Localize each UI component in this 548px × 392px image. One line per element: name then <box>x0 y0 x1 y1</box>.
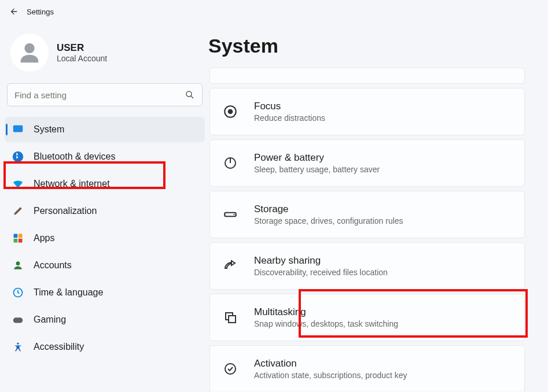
card-multitasking[interactable]: Multitasking Snap windows, desktops, tas… <box>209 294 525 341</box>
svg-point-4 <box>13 151 23 162</box>
card-title: Storage <box>254 204 403 215</box>
sidebar-item-label: Personalization <box>34 206 97 216</box>
sidebar-item-accessibility[interactable]: Accessibility <box>5 334 205 360</box>
svg-point-18 <box>233 214 234 215</box>
search-box[interactable] <box>7 83 203 106</box>
page-title: System <box>208 35 548 68</box>
svg-rect-20 <box>229 316 236 323</box>
sidebar-item-label: Accounts <box>34 260 72 271</box>
card-nearby[interactable]: Nearby sharing Discoverability, received… <box>209 242 525 290</box>
card-title: Focus <box>254 101 325 112</box>
card-sub: Discoverability, received files location <box>254 268 388 277</box>
brush-icon <box>12 205 24 217</box>
back-button[interactable] <box>5 2 23 21</box>
clock-icon <box>12 286 24 299</box>
svg-rect-8 <box>19 239 23 243</box>
svg-rect-7 <box>14 239 18 243</box>
svg-rect-3 <box>13 125 23 132</box>
arrow-left-icon <box>9 7 19 16</box>
card-partial-prev[interactable] <box>209 68 525 84</box>
card-sub: Activation state, subscriptions, product… <box>254 371 407 380</box>
search-input[interactable] <box>14 90 185 100</box>
sidebar-item-bluetooth[interactable]: Bluetooth & devices <box>5 144 205 169</box>
sidebar-item-label: Bluetooth & devices <box>34 151 115 162</box>
share-icon <box>222 257 239 275</box>
sidebar-item-personalization[interactable]: Personalization <box>5 198 205 224</box>
sidebar-item-label: Accessibility <box>34 342 84 352</box>
card-sub: Sleep, battery usage, battery saver <box>254 165 380 174</box>
card-title: Nearby sharing <box>254 255 388 267</box>
storage-icon <box>222 206 239 223</box>
multitask-icon <box>222 309 239 326</box>
card-title: Power & battery <box>254 152 380 164</box>
sidebar-item-label: Apps <box>34 233 54 243</box>
focus-icon <box>222 103 239 120</box>
user-icon <box>16 39 43 66</box>
svg-line-2 <box>191 96 193 98</box>
card-sub: Reduce distractions <box>254 113 325 123</box>
power-icon <box>222 154 239 172</box>
sidebar: USER Local Account System Bluetooth & de… <box>0 23 208 392</box>
titlebar: Settings <box>0 0 548 23</box>
card-focus[interactable]: Focus Reduce distractions <box>209 88 525 135</box>
sidebar-item-label: Time & language <box>34 287 103 298</box>
card-sub: Storage space, drives, configuration rul… <box>254 216 403 225</box>
svg-point-14 <box>228 109 233 114</box>
svg-point-9 <box>16 261 20 265</box>
profile-block[interactable]: USER Local Account <box>5 28 205 83</box>
svg-rect-5 <box>14 234 18 238</box>
search-icon <box>185 90 195 100</box>
card-sub: Snap windows, desktops, task switching <box>254 319 398 328</box>
sidebar-item-label: Gaming <box>34 315 66 325</box>
profile-name: USER <box>57 42 107 54</box>
sidebar-item-label: Network & internet <box>34 179 110 189</box>
sidebar-item-time[interactable]: Time & language <box>5 280 205 305</box>
sidebar-item-label: System <box>34 124 64 135</box>
monitor-icon <box>12 123 24 136</box>
avatar <box>10 34 49 72</box>
sidebar-item-gaming[interactable]: Gaming <box>5 307 205 332</box>
wifi-icon <box>12 177 24 190</box>
profile-sub: Local Account <box>57 54 107 63</box>
card-title: Multitasking <box>254 306 398 318</box>
card-power[interactable]: Power & battery Sleep, battery usage, ba… <box>209 139 525 187</box>
svg-point-12 <box>17 343 19 345</box>
account-icon <box>12 259 24 272</box>
sidebar-item-accounts[interactable]: Accounts <box>5 253 205 278</box>
gamepad-icon <box>12 313 24 326</box>
apps-icon <box>12 232 24 245</box>
sidebar-nav: System Bluetooth & devices Network & int… <box>5 117 205 360</box>
svg-point-0 <box>24 43 34 53</box>
window-title: Settings <box>27 8 54 16</box>
svg-rect-6 <box>19 234 23 238</box>
sidebar-item-system[interactable]: System <box>5 117 205 142</box>
svg-point-1 <box>186 91 192 97</box>
sidebar-item-apps[interactable]: Apps <box>5 225 205 251</box>
bluetooth-icon <box>12 150 24 163</box>
svg-point-21 <box>225 364 236 374</box>
accessibility-icon <box>12 341 24 353</box>
card-storage[interactable]: Storage Storage space, drives, configura… <box>209 191 525 238</box>
card-activation[interactable]: Activation Activation state, subscriptio… <box>209 345 525 391</box>
settings-cards[interactable]: Focus Reduce distractions Power & batter… <box>208 68 548 391</box>
sidebar-item-network[interactable]: Network & internet <box>5 171 205 197</box>
svg-rect-11 <box>13 317 23 323</box>
main-pane: System Focus Reduce distractions Power &… <box>208 23 548 392</box>
check-icon <box>222 360 239 378</box>
card-title: Activation <box>254 358 407 369</box>
